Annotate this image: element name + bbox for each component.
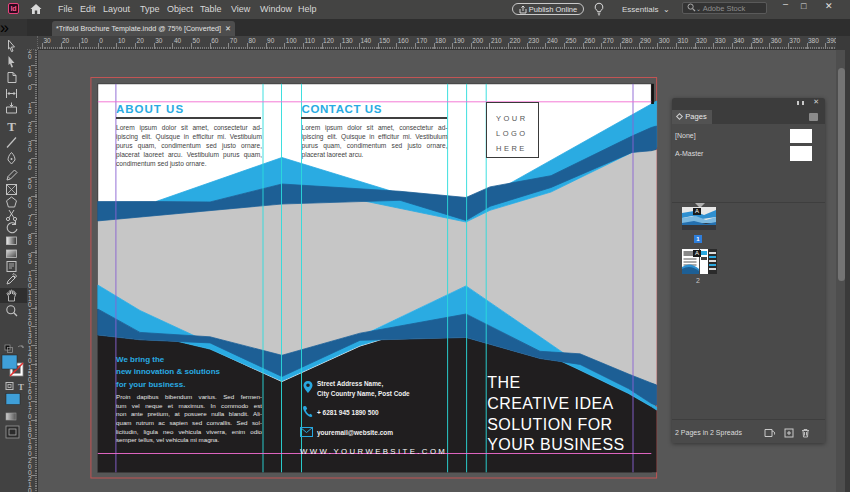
svg-text:T: T	[7, 119, 16, 134]
svg-text:T: T	[18, 382, 24, 392]
